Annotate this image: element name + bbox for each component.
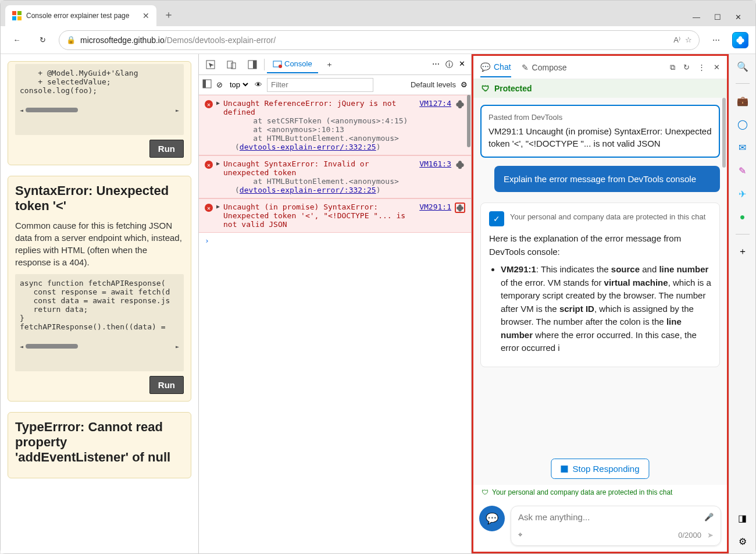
chat-tab[interactable]: 💬Chat: [480, 58, 511, 77]
add-tab-icon[interactable]: ＋: [320, 55, 339, 74]
titlebar: Console error explainer test page ✕ ＋ — …: [1, 1, 755, 26]
send-icon[interactable]: ➤: [707, 531, 714, 539]
device-toggle-icon[interactable]: [222, 55, 241, 74]
ask-input-box[interactable]: 🎤 ⌖ 0/2000 ➤: [511, 506, 721, 546]
sidebar-toggle-icon[interactable]: [202, 79, 212, 90]
tools-sidebar-icon[interactable]: 💼: [736, 94, 749, 107]
svg-rect-12: [203, 80, 206, 88]
console-error-row[interactable]: ✕▶Uncaught SyntaxError: Invalid or unexp…: [199, 155, 471, 198]
designer-sidebar-icon[interactable]: ✎: [736, 164, 749, 177]
response-card: ✓ Your personal and company data are pro…: [480, 203, 720, 367]
more-chat-icon[interactable]: ⋮: [698, 63, 705, 72]
filter-input[interactable]: [267, 78, 373, 92]
svg-rect-8: [253, 61, 256, 69]
console-error-row[interactable]: ✕▶Uncaught ReferenceError: jQuery is not…: [199, 95, 471, 155]
svg-rect-5: [227, 61, 233, 68]
image-input-icon[interactable]: ⌖: [518, 530, 522, 539]
run-button-1[interactable]: Run: [149, 140, 184, 158]
hide-sidebar-icon[interactable]: ◨: [736, 512, 749, 524]
explain-copilot-icon[interactable]: [455, 203, 465, 213]
console-settings-icon[interactable]: ⚙: [461, 80, 468, 89]
error-icon: ✕: [205, 204, 213, 212]
more-button[interactable]: ⋯: [707, 31, 725, 49]
new-topic-button[interactable]: 💬: [479, 506, 505, 531]
context-select[interactable]: top: [227, 80, 250, 90]
svg-rect-1: [17, 11, 22, 15]
back-button[interactable]: ←: [8, 31, 26, 49]
browser-tab[interactable]: Console error explainer test page ✕: [5, 5, 156, 26]
open-external-icon[interactable]: ⧉: [670, 63, 675, 72]
dock-icon[interactable]: [243, 55, 262, 74]
ask-input[interactable]: [518, 512, 700, 522]
outlook-sidebar-icon[interactable]: ✉: [736, 141, 749, 154]
minimize-icon[interactable]: —: [693, 13, 700, 22]
expand-icon[interactable]: ▶: [216, 203, 220, 229]
user-message: Explain the error message from DevTools …: [494, 166, 720, 192]
inspect-icon[interactable]: [201, 55, 220, 74]
run-button-2[interactable]: Run: [149, 376, 184, 394]
response-bullet-1: VM291:1: This indicates the source and l…: [501, 263, 711, 355]
address-bar[interactable]: 🔒 microsoftedge.github.io/Demos/devtools…: [59, 30, 700, 50]
pasted-text: VM291:1 Uncaught (in promise) SyntaxErro…: [488, 125, 712, 150]
copilot-pane: 💬Chat ✎Compose ⧉ ↻ ⋮ ✕ 🛡 Protected Paste…: [472, 54, 729, 553]
favicon-icon: [12, 11, 22, 20]
maximize-icon[interactable]: ☐: [714, 13, 721, 22]
console-tab[interactable]: Console: [267, 56, 318, 73]
char-counter: 0/2000: [678, 531, 701, 539]
expand-icon[interactable]: ▶: [216, 100, 220, 151]
spotify-sidebar-icon[interactable]: ●: [736, 211, 749, 223]
tab-close-icon[interactable]: ✕: [142, 11, 149, 20]
stop-icon: [561, 466, 568, 473]
favorite-icon[interactable]: ☆: [685, 35, 692, 44]
copilot-toolbar-icon[interactable]: [732, 32, 748, 48]
office-sidebar-icon[interactable]: ◯: [736, 118, 749, 130]
tab-title: Console error explainer test page: [26, 12, 138, 20]
error-message: Uncaught SyntaxError: Invalid or unexpec…: [223, 159, 416, 194]
refresh-button[interactable]: ↻: [33, 31, 52, 49]
page-content: + @Model.MyGuid+'&lang + selectedValue; …: [1, 54, 198, 553]
live-expression-icon[interactable]: 👁: [255, 80, 262, 89]
shield-small-icon: 🛡: [482, 488, 488, 496]
chat-icon: 💬: [480, 62, 490, 72]
console-error-row[interactable]: ✕▶Uncaught (in promise) SyntaxError: Une…: [199, 198, 471, 233]
error-source-link[interactable]: VM291:1: [419, 203, 451, 229]
close-chat-icon[interactable]: ✕: [714, 63, 720, 72]
log-levels[interactable]: Default levels: [411, 80, 456, 89]
console-body: ✕▶Uncaught ReferenceError: jQuery is not…: [199, 95, 471, 553]
close-window-icon[interactable]: ✕: [735, 13, 741, 22]
edge-sidebar: 🔍 💼 ◯ ✉ ✎ ✈ ● ＋ ◨ ⚙: [729, 54, 755, 553]
help-icon[interactable]: ⓘ: [445, 59, 453, 70]
card-body-syntax: Common cause for this is fetching JSON d…: [15, 219, 184, 268]
console-prompt[interactable]: ›: [199, 233, 471, 248]
card-title-syntax: SyntaxError: Unexpected token '<': [15, 183, 184, 214]
shield-icon: 🛡: [482, 84, 490, 93]
error-source-link[interactable]: VM127:4: [419, 99, 451, 151]
more-tools-icon[interactable]: ⋯: [432, 59, 440, 70]
expand-icon[interactable]: ▶: [216, 160, 220, 194]
telegram-sidebar-icon[interactable]: ✈: [736, 187, 749, 200]
error-icon: ✕: [205, 100, 213, 108]
sidebar-settings-icon[interactable]: ⚙: [736, 535, 749, 548]
browser-toolbar: ← ↻ 🔒 microsoftedge.github.io/Demos/devt…: [1, 26, 755, 54]
read-aloud-icon[interactable]: A⁾: [673, 35, 680, 44]
compose-tab[interactable]: ✎Compose: [522, 58, 567, 77]
mic-icon[interactable]: 🎤: [704, 513, 714, 521]
new-tab-button[interactable]: ＋: [156, 3, 181, 26]
explain-copilot-icon[interactable]: [455, 159, 465, 170]
refresh-chat-icon[interactable]: ↻: [683, 63, 690, 72]
error-source-link[interactable]: VM161:3: [419, 159, 451, 194]
svg-point-10: [279, 65, 282, 68]
footer-protect-note: 🛡 Your personal and company data are pro…: [473, 485, 727, 500]
devtools-panel: Console ＋ ⋯ ⓘ ✕ ⊘ top 👁 Default levels ⚙: [198, 54, 472, 553]
stop-responding-button[interactable]: Stop Responding: [551, 459, 649, 479]
search-sidebar-icon[interactable]: 🔍: [736, 60, 749, 73]
clear-console-icon[interactable]: ⊘: [216, 80, 223, 89]
error-icon: ✕: [205, 161, 213, 169]
pasted-label: Pasted from DevTools: [488, 113, 712, 122]
response-protect-note: Your personal and company data are prote…: [510, 211, 705, 223]
add-sidebar-icon[interactable]: ＋: [736, 245, 749, 258]
devtools-close-icon[interactable]: ✕: [459, 59, 465, 70]
explain-copilot-icon[interactable]: [455, 99, 465, 109]
response-intro: Here is the explanation of the error mes…: [489, 232, 711, 258]
window-controls: — ☐ ✕: [683, 8, 751, 26]
